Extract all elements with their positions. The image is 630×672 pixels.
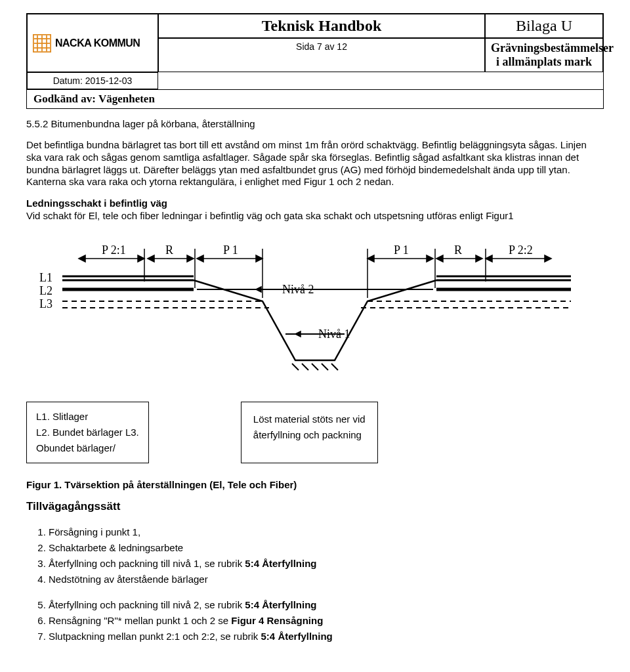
doc-subtitle: Grävningsbestämmelser i allmänplats mark <box>485 38 603 72</box>
figure-caption: Figur 1. Tvärsektion på återställningen … <box>26 479 604 490</box>
org-name: NACKA KOMMUN <box>55 37 140 49</box>
svg-text:R: R <box>165 243 173 257</box>
svg-marker-58 <box>256 287 261 292</box>
steps-list: Försågning i punkt 1, Schaktarbete & led… <box>26 524 604 645</box>
doc-title: Teknisk Handbok <box>158 14 485 38</box>
svg-marker-14 <box>197 255 203 262</box>
svg-marker-20 <box>436 255 443 262</box>
legend-left: L1. Slitlager L2. Bundet bärlager L3. Ob… <box>26 402 149 463</box>
svg-marker-23 <box>486 255 492 262</box>
svg-marker-17 <box>368 255 374 262</box>
svg-text:Nivå 1: Nivå 1 <box>318 327 350 341</box>
legend-row: L1. Slitlager L2. Bundet bärlager L3. Ob… <box>26 402 604 463</box>
nacka-logo-icon <box>33 34 51 52</box>
step-item: Slutpackning mellan punkt 2:1 och 2:2, s… <box>49 629 604 644</box>
step-item: Rensågning "R"* mellan punkt 1 och 2 se … <box>49 613 604 629</box>
doc-date: Datum: 2015-12-03 <box>27 72 158 89</box>
svg-text:L1: L1 <box>39 271 52 284</box>
svg-line-55 <box>322 364 328 370</box>
steps-heading: Tillvägagångssätt <box>26 500 604 513</box>
svg-marker-15 <box>256 255 262 262</box>
svg-text:P 1: P 1 <box>394 243 409 257</box>
svg-text:R: R <box>454 243 462 257</box>
svg-line-52 <box>292 364 299 370</box>
step-item: Nedstötning av återstående bärlager <box>49 572 604 587</box>
org-logo-cell: NACKA KOMMUN <box>27 14 158 72</box>
svg-text:P 2:2: P 2:2 <box>509 243 533 257</box>
svg-marker-60 <box>295 331 301 337</box>
svg-marker-24 <box>545 255 551 262</box>
svg-marker-11 <box>148 255 154 262</box>
legend-right: Löst material stöts ner vid återfyllning… <box>241 402 378 463</box>
approved-by: Godkänd av: Vägenheten <box>26 90 604 109</box>
svg-marker-21 <box>476 255 482 262</box>
svg-line-54 <box>312 364 318 370</box>
svg-marker-12 <box>187 255 194 262</box>
paragraph: Det befintliga bundna bärlagret tas bort… <box>26 139 604 188</box>
svg-marker-8 <box>79 255 85 262</box>
svg-text:P 2:1: P 2:1 <box>102 243 126 257</box>
svg-text:Nivå 2: Nivå 2 <box>282 283 314 296</box>
svg-line-56 <box>331 364 338 370</box>
svg-line-53 <box>302 364 308 370</box>
svg-marker-9 <box>138 255 144 262</box>
page-number: Sida 7 av 12 <box>158 38 485 72</box>
section-number: 5.5.2 Bitumenbundna lager på körbana, åt… <box>26 118 604 129</box>
step-item: Återfyllning och packning till nivå 2, s… <box>49 597 604 613</box>
svg-text:L3: L3 <box>39 297 52 310</box>
bilaga-label: Bilaga U <box>485 14 603 38</box>
subheading-schakt: Ledningsschakt i befintlig väg Vid schak… <box>26 198 604 222</box>
step-item: Återfyllning och packning till nivå 1, s… <box>49 556 604 572</box>
step-item: Försågning i punkt 1, <box>49 524 604 540</box>
doc-header: NACKA KOMMUN Teknisk Handbok Bilaga U Si… <box>26 13 604 90</box>
svg-text:L2: L2 <box>39 284 52 297</box>
svg-text:P 1: P 1 <box>223 243 238 257</box>
figure-1-diagram: P 2:1 R P 1 P 1 R P 2:2 L1 L2 L3 <box>26 242 604 388</box>
step-item: Schaktarbete & ledningsarbete <box>49 540 604 556</box>
svg-marker-18 <box>427 255 433 262</box>
